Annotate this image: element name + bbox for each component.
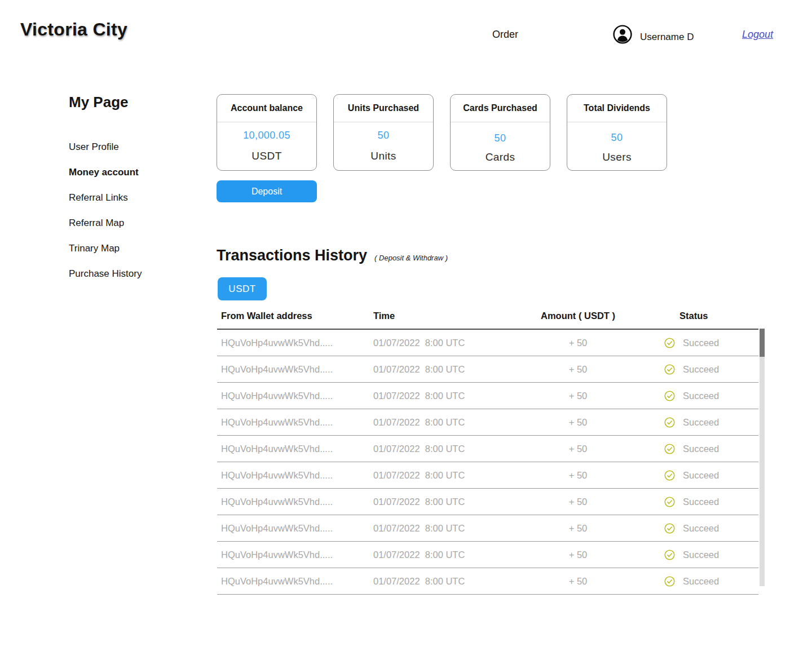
- time-cell: 01/07/2022 8:00 UTC: [373, 364, 539, 375]
- card-cards-purchased: Cards Purchased 50 Cards: [450, 94, 550, 171]
- time-cell: 01/07/2022 8:00 UTC: [373, 576, 539, 587]
- card-value: 50: [567, 132, 667, 144]
- sidebar-item-trinary-map[interactable]: Trinary Map: [69, 243, 142, 253]
- logout-link[interactable]: Logout: [742, 29, 773, 41]
- amount-cell: + 50: [539, 417, 617, 428]
- card-value: 50: [451, 132, 550, 144]
- wallet-address-cell: HQuVoHp4uvwWk5Vhd.....: [221, 391, 373, 401]
- status-label: Succeed: [683, 576, 719, 587]
- wallet-address-cell: HQuVoHp4uvwWk5Vhd.....: [221, 523, 373, 534]
- transactions-heading: Transactions History ( Deposit & Withdra…: [217, 247, 448, 264]
- amount-cell: + 50: [539, 576, 617, 587]
- status-cell: Succeed: [617, 444, 758, 454]
- status-label: Succeed: [683, 497, 719, 507]
- sidebar-item-referral-map[interactable]: Referral Map: [69, 218, 142, 227]
- amount-cell: + 50: [539, 550, 617, 560]
- time-cell: 01/07/2022 8:00 UTC: [373, 550, 539, 560]
- amount-cell: + 50: [539, 391, 617, 401]
- status-cell: Succeed: [617, 497, 758, 507]
- wallet-address-cell: HQuVoHp4uvwWk5Vhd.....: [221, 444, 373, 454]
- time-cell: 01/07/2022 8:00 UTC: [373, 338, 539, 348]
- nav-order-link[interactable]: Order: [492, 29, 518, 41]
- card-title: Units Purchased: [334, 95, 433, 122]
- column-header-status: Status: [617, 311, 758, 321]
- table-row: HQuVoHp4uvwWk5Vhd..... 01/07/2022 8:00 U…: [217, 542, 758, 568]
- sidebar-title: My Page: [69, 94, 129, 111]
- amount-cell: + 50: [539, 470, 617, 481]
- avatar-icon: [613, 25, 632, 44]
- wallet-address-cell: HQuVoHp4uvwWk5Vhd.....: [221, 364, 373, 375]
- success-check-icon: [664, 364, 675, 375]
- table-row: HQuVoHp4uvwWk5Vhd..... 01/07/2022 8:00 U…: [217, 356, 758, 383]
- card-title: Cards Purchased: [451, 95, 550, 122]
- card-value: 10,000.05: [217, 130, 316, 141]
- time-cell: 01/07/2022 8:00 UTC: [373, 391, 539, 401]
- sidebar-item-referral-links[interactable]: Referral Links: [69, 192, 142, 202]
- status-label: Succeed: [683, 523, 719, 534]
- time-cell: 01/07/2022 8:00 UTC: [373, 497, 539, 507]
- status-cell: Succeed: [617, 417, 758, 428]
- table-scrollbar-thumb[interactable]: [760, 329, 765, 357]
- brand-logo: Victoria City: [20, 19, 127, 40]
- success-check-icon: [664, 391, 675, 401]
- status-label: Succeed: [683, 444, 719, 454]
- table-row: HQuVoHp4uvwWk5Vhd..... 01/07/2022 8:00 U…: [217, 409, 758, 436]
- amount-cell: + 50: [539, 497, 617, 507]
- card-unit: Users: [567, 151, 667, 163]
- success-check-icon: [664, 444, 675, 454]
- deposit-button[interactable]: Deposit: [217, 180, 317, 202]
- table-row: HQuVoHp4uvwWk5Vhd..... 01/07/2022 8:00 U…: [217, 515, 758, 542]
- table-scrollbar-track[interactable]: [760, 329, 765, 586]
- status-label: Succeed: [683, 364, 719, 375]
- status-cell: Succeed: [617, 470, 758, 481]
- card-total-dividends: Total Dividends 50 Users: [567, 94, 667, 171]
- status-label: Succeed: [683, 417, 719, 428]
- status-cell: Succeed: [617, 364, 758, 375]
- success-check-icon: [664, 470, 675, 481]
- sidebar-item-purchase-history[interactable]: Purchase History: [69, 268, 142, 278]
- status-label: Succeed: [683, 391, 719, 401]
- time-cell: 01/07/2022 8:00 UTC: [373, 444, 539, 454]
- card-unit: Units: [334, 150, 433, 162]
- status-cell: Succeed: [617, 391, 758, 401]
- time-cell: 01/07/2022 8:00 UTC: [373, 523, 539, 534]
- transactions-subtitle: ( Deposit & Withdraw ): [374, 254, 448, 262]
- success-check-icon: [664, 550, 675, 560]
- username-label: Username D: [640, 32, 694, 44]
- table-row: HQuVoHp4uvwWk5Vhd..... 01/07/2022 8:00 U…: [217, 330, 758, 356]
- success-check-icon: [664, 497, 675, 507]
- wallet-address-cell: HQuVoHp4uvwWk5Vhd.....: [221, 470, 373, 481]
- status-cell: Succeed: [617, 523, 758, 534]
- usdt-tab[interactable]: USDT: [218, 277, 267, 300]
- user-menu[interactable]: Username D: [613, 25, 694, 44]
- sidebar-item-money-account[interactable]: Money account: [69, 167, 142, 176]
- stats-cards-row: Account balance 10,000.05 USDT Units Pur…: [217, 94, 667, 171]
- status-label: Succeed: [683, 550, 719, 560]
- card-title: Account balance: [217, 95, 316, 122]
- transactions-table-header: From Wallet address Time Amount ( USDT )…: [217, 311, 758, 321]
- wallet-address-cell: HQuVoHp4uvwWk5Vhd.....: [221, 550, 373, 560]
- wallet-address-cell: HQuVoHp4uvwWk5Vhd.....: [221, 417, 373, 428]
- status-label: Succeed: [683, 470, 719, 481]
- transactions-table-body: HQuVoHp4uvwWk5Vhd..... 01/07/2022 8:00 U…: [217, 329, 758, 595]
- status-label: Succeed: [683, 338, 719, 348]
- transactions-title: Transactions History: [217, 247, 367, 264]
- card-unit: USDT: [217, 150, 316, 162]
- card-value: 50: [334, 130, 433, 141]
- success-check-icon: [664, 338, 675, 348]
- card-title: Total Dividends: [567, 95, 667, 122]
- column-header-amount: Amount ( USDT ): [539, 311, 617, 321]
- table-row: HQuVoHp4uvwWk5Vhd..... 01/07/2022 8:00 U…: [217, 489, 758, 515]
- amount-cell: + 50: [539, 444, 617, 454]
- card-unit: Cards: [451, 151, 550, 163]
- sidebar-item-user-profile[interactable]: User Profile: [69, 141, 142, 151]
- table-row: HQuVoHp4uvwWk5Vhd..... 01/07/2022 8:00 U…: [217, 462, 758, 489]
- card-units-purchased: Units Purchased 50 Units: [333, 94, 434, 171]
- table-row: HQuVoHp4uvwWk5Vhd..... 01/07/2022 8:00 U…: [217, 568, 758, 595]
- wallet-address-cell: HQuVoHp4uvwWk5Vhd.....: [221, 497, 373, 507]
- status-cell: Succeed: [617, 338, 758, 348]
- table-row: HQuVoHp4uvwWk5Vhd..... 01/07/2022 8:00 U…: [217, 436, 758, 462]
- sidebar-nav: User Profile Money account Referral Link…: [69, 141, 142, 278]
- wallet-address-cell: HQuVoHp4uvwWk5Vhd.....: [221, 338, 373, 348]
- status-cell: Succeed: [617, 550, 758, 560]
